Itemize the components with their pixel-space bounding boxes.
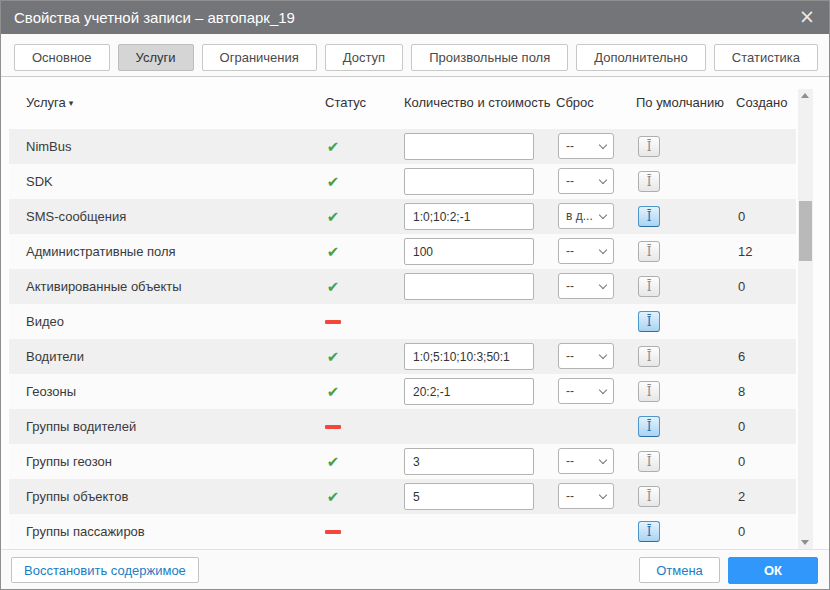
reset-select[interactable]: -- — [558, 448, 614, 474]
chevron-down-icon — [599, 385, 607, 393]
reset-select[interactable]: -- — [558, 238, 614, 264]
cost-cell — [404, 483, 534, 510]
default-info-button[interactable]: Ī — [638, 451, 660, 472]
status-inactive-icon — [325, 320, 341, 324]
default-info-button[interactable]: Ī — [638, 486, 660, 507]
chevron-down-icon — [599, 210, 607, 218]
service-name: Группы водителей — [26, 409, 136, 444]
cost-cell — [404, 133, 534, 160]
column-header-service[interactable]: Услуга▾ — [26, 77, 73, 129]
table-row: Активированные объекты ✔ -- Ī 0 — [9, 269, 796, 304]
service-name: SMS-сообщения — [26, 199, 126, 234]
reset-select-text: -- — [566, 139, 574, 153]
ok-button[interactable]: ОК — [728, 557, 818, 584]
column-header-created: Создано — [736, 77, 787, 129]
reset-select[interactable]: -- — [558, 378, 614, 404]
status-active-icon: ✔ — [327, 453, 340, 471]
tab-main[interactable]: Основное — [14, 44, 110, 71]
default-info-button[interactable]: Ī — [638, 416, 660, 437]
close-button[interactable]: × — [791, 1, 823, 34]
cost-input[interactable] — [404, 133, 534, 160]
table-row: Видео Ī — [9, 304, 796, 339]
chevron-down-icon — [599, 350, 607, 358]
default-info-button[interactable]: Ī — [638, 206, 660, 227]
status-cell: ✔ — [313, 339, 353, 374]
cost-input[interactable] — [404, 448, 534, 475]
cost-cell — [404, 273, 534, 300]
created-count: 8 — [738, 374, 745, 409]
reset-select[interactable]: -- — [558, 168, 614, 194]
chevron-down-icon — [599, 140, 607, 148]
status-cell: ✔ — [313, 164, 353, 199]
default-cell: Ī — [638, 451, 660, 472]
info-icon: Ī — [647, 491, 652, 503]
tab-services[interactable]: Услуги — [118, 44, 194, 71]
service-name: Группы объектов — [26, 479, 128, 514]
reset-select-text: -- — [566, 384, 574, 398]
tab-statistics[interactable]: Статистика — [714, 44, 818, 71]
info-icon: Ī — [647, 421, 652, 433]
default-info-button[interactable]: Ī — [638, 521, 660, 542]
cost-input[interactable] — [404, 343, 534, 370]
cost-cell — [404, 343, 534, 370]
close-icon: × — [799, 5, 815, 27]
cost-input[interactable] — [404, 273, 534, 300]
default-info-button[interactable]: Ī — [638, 276, 660, 297]
column-header-reset: Сброс — [556, 77, 594, 129]
service-name: Административные поля — [26, 234, 176, 269]
service-name: Активированные объекты — [26, 269, 182, 304]
info-icon: Ī — [647, 281, 652, 293]
status-cell — [313, 409, 353, 444]
reset-select[interactable]: -- — [558, 343, 614, 369]
cost-input[interactable] — [404, 238, 534, 265]
vertical-scrollbar[interactable] — [798, 89, 813, 549]
cost-input[interactable] — [404, 483, 534, 510]
table-row: SDK ✔ -- Ī — [9, 164, 796, 199]
default-info-button[interactable]: Ī — [638, 241, 660, 262]
default-cell: Ī — [638, 171, 660, 192]
cost-cell — [404, 238, 534, 265]
restore-content-button[interactable]: Восстановить содержимое — [11, 557, 199, 583]
reset-select[interactable]: -- — [558, 273, 614, 299]
tab-custom-fields[interactable]: Произвольные поля — [411, 44, 568, 71]
default-info-button[interactable]: Ī — [638, 381, 660, 402]
service-name: Видео — [26, 304, 64, 339]
tab-restrictions[interactable]: Ограничения — [202, 44, 317, 71]
reset-select[interactable]: в д... — [558, 203, 614, 229]
tab-advanced[interactable]: Дополнительно — [576, 44, 706, 71]
scroll-down-button[interactable] — [798, 535, 813, 549]
reset-select-text: -- — [566, 349, 574, 363]
reset-select-text: в д... — [566, 209, 593, 223]
default-info-button[interactable]: Ī — [638, 311, 660, 332]
table-header: Услуга▾ Статус Количество и стоимость Сб… — [1, 77, 829, 129]
status-cell: ✔ — [313, 234, 353, 269]
default-info-button[interactable]: Ī — [638, 136, 660, 157]
cancel-button[interactable]: Отмена — [639, 557, 720, 583]
scrollbar-thumb[interactable] — [799, 201, 812, 261]
chevron-down-icon — [599, 280, 607, 288]
created-count: 2 — [738, 479, 745, 514]
reset-select[interactable]: -- — [558, 133, 614, 159]
scroll-up-button[interactable] — [798, 89, 813, 103]
default-cell: Ī — [638, 206, 660, 227]
created-count: 12 — [738, 234, 752, 269]
status-cell — [313, 514, 353, 549]
status-active-icon: ✔ — [327, 348, 340, 366]
reset-select-text: -- — [566, 489, 574, 503]
default-info-button[interactable]: Ī — [638, 171, 660, 192]
reset-select[interactable]: -- — [558, 483, 614, 509]
cost-input[interactable] — [404, 378, 534, 405]
table-row: SMS-сообщения ✔ в д... Ī 0 — [9, 199, 796, 234]
default-cell: Ī — [638, 381, 660, 402]
cost-cell — [404, 378, 534, 405]
table-row: Геозоны ✔ -- Ī 8 — [9, 374, 796, 409]
info-icon: Ī — [647, 386, 652, 398]
service-name: Группы пассажиров — [26, 514, 145, 549]
cost-input[interactable] — [404, 168, 534, 195]
default-info-button[interactable]: Ī — [638, 346, 660, 367]
cost-input[interactable] — [404, 203, 534, 230]
table-row: Водители ✔ -- Ī 6 — [9, 339, 796, 374]
dialog-footer: Восстановить содержимое Отмена ОК — [1, 549, 829, 589]
tab-access[interactable]: Доступ — [325, 44, 403, 71]
default-cell: Ī — [638, 521, 660, 542]
